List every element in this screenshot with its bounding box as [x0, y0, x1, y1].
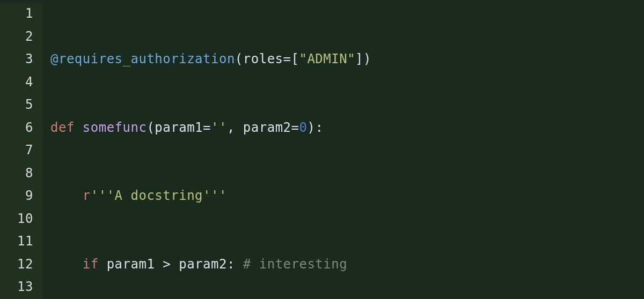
space — [171, 257, 179, 272]
punct: , — [227, 120, 243, 135]
number: 0 — [299, 120, 307, 135]
line-number: 8 — [0, 162, 33, 185]
line-number: 7 — [0, 139, 33, 162]
identifier: param1 — [107, 257, 155, 272]
space — [235, 257, 243, 272]
line-number: 9 — [0, 184, 33, 207]
paren: ( — [147, 120, 155, 135]
line-number: 1 — [0, 2, 33, 25]
punct: = — [203, 120, 211, 135]
space — [99, 257, 107, 272]
line-number: 3 — [0, 48, 33, 71]
operator: > — [163, 257, 171, 272]
line-number: 5 — [0, 93, 33, 116]
string: '' — [211, 120, 227, 135]
space — [75, 120, 83, 135]
code-line: @requires_authorization(roles=["ADMIN"]) — [50, 48, 644, 71]
space — [155, 257, 163, 272]
docstring: '''A docstring''' — [91, 188, 227, 203]
code-line: r'''A docstring''' — [50, 184, 644, 207]
param: param2 — [243, 120, 291, 135]
code-line: def somefunc(param1='', param2=0): — [50, 116, 644, 139]
punct: = — [291, 120, 299, 135]
paren: ]) — [355, 51, 371, 66]
code-line: if param1 > param2: # interesting — [50, 253, 644, 276]
line-number: 10 — [0, 207, 33, 230]
punct: : — [227, 257, 235, 272]
code-editor: 1 2 3 4 5 6 7 8 9 10 11 12 13 @requires_… — [0, 0, 644, 299]
function-name: somefunc — [83, 120, 147, 135]
punct: =[ — [283, 51, 299, 66]
line-number: 2 — [0, 25, 33, 48]
string-prefix: r — [83, 188, 91, 203]
param: param1 — [155, 120, 203, 135]
line-number-gutter: 1 2 3 4 5 6 7 8 9 10 11 12 13 — [0, 2, 43, 299]
line-number: 12 — [0, 253, 33, 276]
comment: # interesting — [243, 257, 347, 272]
indent — [50, 188, 83, 203]
decorator: @requires_authorization — [50, 51, 235, 66]
keyword-def: def — [50, 120, 75, 135]
paren: ( — [235, 51, 243, 66]
line-number: 13 — [0, 275, 33, 298]
keyword-if: if — [83, 257, 99, 272]
identifier: param2 — [179, 257, 227, 272]
kwarg: roles — [243, 51, 283, 66]
line-number: 11 — [0, 230, 33, 253]
line-number: 6 — [0, 116, 33, 139]
paren: ): — [307, 120, 323, 135]
line-number: 4 — [0, 71, 33, 94]
string: "ADMIN" — [299, 51, 355, 66]
code-area[interactable]: @requires_authorization(roles=["ADMIN"])… — [43, 2, 644, 299]
indent — [50, 257, 83, 272]
